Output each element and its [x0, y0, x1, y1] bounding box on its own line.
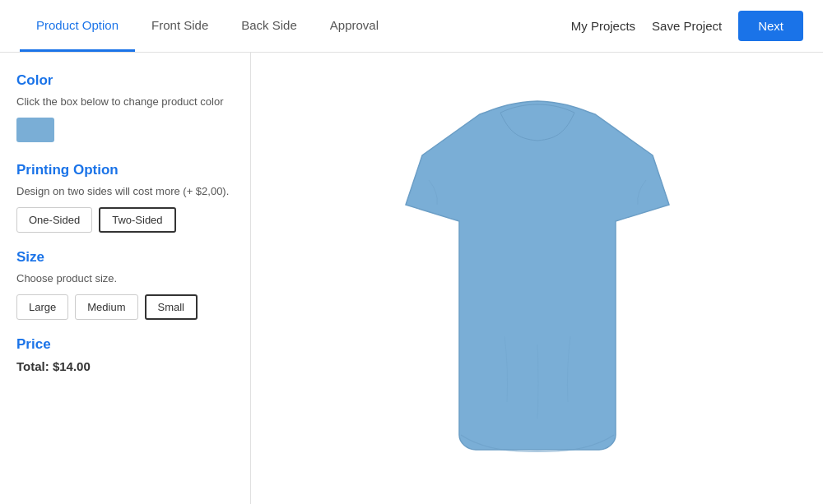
- sidebar: Color Click the box below to change prod…: [0, 53, 251, 504]
- main-layout: Color Click the box below to change prod…: [0, 53, 823, 504]
- size-option-medium[interactable]: Medium: [75, 294, 137, 320]
- nav-tab-approval[interactable]: Approval: [314, 0, 395, 52]
- header: Product OptionFront SideBack SideApprova…: [0, 0, 823, 53]
- nav-tab-front-side[interactable]: Front Side: [135, 0, 225, 52]
- tshirt-svg: [373, 90, 702, 468]
- next-button[interactable]: Next: [738, 11, 803, 41]
- color-swatch[interactable]: [16, 118, 54, 142]
- printing-option-two-sided[interactable]: Two-Sided: [99, 207, 175, 233]
- price-total: Total: $14.00: [16, 359, 234, 373]
- size-title: Size: [16, 249, 234, 266]
- nav-tab-back-side[interactable]: Back Side: [225, 0, 314, 52]
- printing-section: Printing Option Design on two sides will…: [16, 162, 234, 233]
- price-section: Price Total: $14.00: [16, 336, 234, 373]
- size-option-small[interactable]: Small: [145, 294, 198, 320]
- size-options: LargeMediumSmall: [16, 294, 234, 320]
- printing-description: Design on two sides will cost more (+ $2…: [16, 185, 234, 197]
- color-section: Color Click the box below to change prod…: [16, 72, 234, 142]
- header-actions: My Projects Save Project Next: [571, 11, 803, 41]
- nav-tabs: Product OptionFront SideBack SideApprova…: [20, 0, 395, 52]
- size-section: Size Choose product size. LargeMediumSma…: [16, 249, 234, 320]
- save-project-link[interactable]: Save Project: [652, 19, 722, 33]
- printing-option-one-sided[interactable]: One-Sided: [16, 207, 92, 233]
- preview-area: [251, 53, 823, 504]
- tshirt-preview: [365, 81, 710, 476]
- size-option-large[interactable]: Large: [16, 294, 68, 320]
- nav-tab-product-option[interactable]: Product Option: [20, 0, 135, 52]
- tshirt-body: [406, 101, 669, 450]
- size-description: Choose product size.: [16, 272, 234, 284]
- my-projects-link[interactable]: My Projects: [571, 19, 635, 33]
- color-description: Click the box below to change product co…: [16, 95, 234, 108]
- printing-title: Printing Option: [16, 162, 234, 178]
- price-title: Price: [16, 336, 234, 353]
- color-title: Color: [16, 72, 234, 89]
- printing-options: One-SidedTwo-Sided: [16, 207, 234, 233]
